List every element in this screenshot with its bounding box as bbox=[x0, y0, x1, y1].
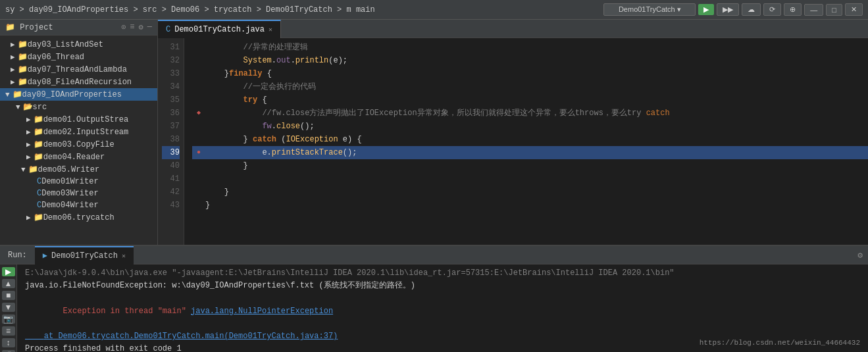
sidebar-item-label: Demo06.trycatch bbox=[43, 213, 115, 222]
sidebar-item-label: day06_Thread bbox=[28, 53, 84, 62]
expand-icon: ▶ bbox=[26, 115, 31, 124]
sidebar-item-day07[interactable]: ▶ 📁 day07_ThreadAndLambda bbox=[0, 63, 157, 76]
project-sidebar: 📁 Project ⊙ ≡ ⚙ — ▶ 📁 day03_ListAndSet ▶… bbox=[0, 20, 158, 245]
code-line-31: //异常的处理逻辑 bbox=[192, 41, 868, 54]
settings-button[interactable]: ⊕ bbox=[784, 3, 802, 16]
up-button[interactable]: ▲ bbox=[2, 279, 15, 288]
line-number: 31 bbox=[162, 41, 180, 54]
error-text-prefix: Exception in thread "main" bbox=[63, 307, 191, 316]
console-line-1: E:\Java\jdk-9.0.4\bin\java.exe "-javaage… bbox=[25, 267, 860, 280]
close-window-button[interactable]: ✕ bbox=[845, 3, 863, 16]
title-bar-actions: Demo01TryCatch ▾ ▶ ▶▶ ☁ ⟳ ⊕ — □ ✕ bbox=[603, 3, 863, 16]
code-text: System.out.println(e); bbox=[205, 54, 347, 67]
expand-icon: ▶ bbox=[26, 213, 31, 222]
sidebar-item-demo06[interactable]: ▶ 📁 Demo06.trycatch bbox=[0, 211, 157, 224]
code-line-43: } bbox=[192, 199, 868, 212]
run-config-dropdown[interactable]: Demo01TryCatch ▾ bbox=[603, 3, 696, 16]
folder-icon: 📁 bbox=[18, 39, 28, 49]
sidebar-item-demo02[interactable]: ▶ 📁 demo02.InputStream bbox=[0, 126, 157, 138]
sidebar-item-src[interactable]: ▼ 📂 src bbox=[0, 101, 157, 113]
sync-icon[interactable]: ⊙ bbox=[121, 22, 126, 32]
expand-icon: ▶ bbox=[11, 40, 15, 49]
screenshot-button[interactable]: 📷 bbox=[2, 314, 15, 324]
gear-icon[interactable]: ⚙ bbox=[139, 22, 143, 32]
code-line-38: } catch (IOException e) { bbox=[192, 133, 868, 146]
code-line-37: fw.close(); bbox=[192, 120, 868, 133]
line-number: 32 bbox=[162, 54, 180, 67]
expand-icon: ▼ bbox=[16, 103, 20, 111]
expand-icon: ▶ bbox=[26, 153, 31, 161]
build-button[interactable]: ☁ bbox=[742, 3, 761, 16]
editor-tab-demo01trycatch[interactable]: C Demo01TryCatch.java ✕ bbox=[158, 20, 281, 38]
sidebar-item-day08[interactable]: ▶ 📁 day08_FileAndRecursion bbox=[0, 76, 157, 88]
sidebar-item-day06[interactable]: ▶ 📁 day06_Thread bbox=[0, 51, 157, 63]
bottom-tab-close-icon[interactable]: ✕ bbox=[122, 252, 126, 260]
gutter-36: ◆ bbox=[192, 107, 205, 120]
maximize-button[interactable]: □ bbox=[826, 4, 842, 16]
code-text: fw.close(); bbox=[205, 120, 315, 133]
format-button[interactable]: ≡ bbox=[2, 326, 15, 336]
code-line-41 bbox=[192, 172, 868, 186]
folder-icon: 📁 bbox=[18, 77, 28, 87]
sidebar-header: 📁 Project ⊙ ≡ ⚙ — bbox=[0, 20, 157, 36]
breadcrumb-text: sy > day09_IOAndProperties > src > Demo0… bbox=[5, 5, 375, 14]
sidebar-item-label: demo05.Writer bbox=[38, 165, 100, 174]
run-button[interactable]: ▶ bbox=[698, 4, 714, 15]
sidebar-item-label: day08_FileAndRecursion bbox=[28, 78, 132, 87]
minimize-button[interactable]: — bbox=[804, 4, 823, 16]
sidebar-item-label: demo03.CopyFile bbox=[43, 140, 115, 149]
code-content[interactable]: //异常的处理逻辑 System.out.println(e); }finall… bbox=[184, 38, 868, 245]
tab-close-icon[interactable]: ✕ bbox=[268, 26, 272, 34]
sidebar-item-day03[interactable]: ▶ 📁 day03_ListAndSet bbox=[0, 38, 157, 51]
java-icon: C bbox=[37, 201, 41, 210]
sidebar-item-label: day09_IOAndProperties bbox=[22, 90, 122, 99]
expand-icon: ▼ bbox=[21, 166, 26, 174]
line-numbers: 31 32 33 34 35 36 37 38 39 40 41 42 43 bbox=[158, 38, 184, 245]
code-line-40: } bbox=[192, 159, 868, 172]
expand-icon: ▶ bbox=[11, 78, 15, 86]
sidebar-item-demo03writer[interactable]: C Demo03Writer bbox=[0, 188, 157, 199]
code-text: } bbox=[205, 159, 248, 172]
scroll-button[interactable]: ↕ bbox=[2, 338, 15, 347]
debug-button[interactable]: ▶▶ bbox=[717, 3, 739, 16]
sidebar-item-label: Demo04Writer bbox=[41, 201, 98, 210]
sidebar-item-label: day03_ListAndSet bbox=[28, 40, 103, 49]
line-number: 42 bbox=[162, 186, 180, 199]
update-button[interactable]: ⟳ bbox=[763, 3, 781, 16]
sidebar-item-day09[interactable]: ▼ 📁 day09_IOAndProperties bbox=[0, 88, 157, 101]
rerun-button[interactable]: ▶ bbox=[2, 267, 15, 276]
bottom-tab-demo01[interactable]: ▶ Demo01TryCatch ✕ bbox=[35, 246, 134, 264]
sidebar-item-demo04writer[interactable]: C Demo04Writer bbox=[0, 199, 157, 211]
java-icon: C bbox=[37, 177, 41, 186]
expand-icon: ▶ bbox=[11, 65, 15, 74]
sidebar-item-demo03[interactable]: ▶ 📁 demo03.CopyFile bbox=[0, 138, 157, 151]
line-number: 33 bbox=[162, 67, 180, 80]
sidebar-title: 📁 Project bbox=[5, 22, 53, 32]
collapse-icon[interactable]: ≡ bbox=[130, 22, 134, 32]
title-bar: sy > day09_IOAndProperties > src > Demo0… bbox=[0, 0, 868, 20]
run-controls: ▶ ▲ ■ ▼ 📷 ≡ ↕ 🖨 bbox=[0, 264, 17, 352]
code-text: //异常的处理逻辑 bbox=[205, 41, 308, 54]
sidebar-item-label: demo01.OutputStrea bbox=[43, 115, 129, 124]
code-text: } bbox=[205, 186, 229, 199]
line-number: 37 bbox=[162, 120, 180, 133]
sidebar-item-demo01writer[interactable]: C Demo01Writer bbox=[0, 176, 157, 188]
sidebar-item-demo01[interactable]: ▶ 📁 demo01.OutputStrea bbox=[0, 113, 157, 126]
code-text: try { bbox=[205, 93, 267, 107]
sidebar-item-demo04[interactable]: ▶ 📁 demo04.Reader bbox=[0, 151, 157, 163]
line-number: 41 bbox=[162, 172, 180, 186]
close-sidebar-icon[interactable]: — bbox=[147, 22, 152, 32]
code-editor: 31 32 33 34 35 36 37 38 39 40 41 42 43 /… bbox=[158, 38, 868, 245]
tab-label: Demo01TryCatch.java bbox=[174, 25, 265, 34]
expand-icon: ▶ bbox=[26, 128, 31, 136]
null-pointer-link[interactable]: java.lang.NullPointerException bbox=[191, 307, 333, 316]
bottom-tab-label: Demo01TryCatch bbox=[51, 251, 118, 261]
down-button[interactable]: ▼ bbox=[2, 303, 15, 312]
stop-button[interactable]: ■ bbox=[2, 291, 15, 300]
sidebar-item-demo05[interactable]: ▼ 📁 demo05.Writer bbox=[0, 163, 157, 176]
code-line-39: ● e.printStackTrace(); bbox=[192, 146, 868, 159]
settings-icon[interactable]: ⚙ bbox=[857, 250, 868, 261]
console-line-3: Exception in thread "main" java.lang.Nul… bbox=[25, 292, 860, 330]
code-text: //fw.close方法声明抛出了IOException异常对象，所以我们就得处… bbox=[205, 107, 670, 120]
run-label: Run: bbox=[0, 251, 35, 260]
